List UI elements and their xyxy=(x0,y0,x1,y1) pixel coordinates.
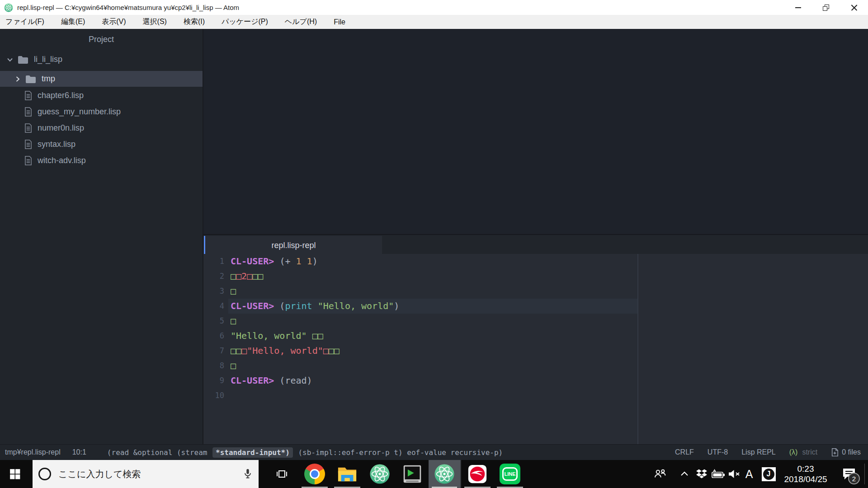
status-cursor-position[interactable]: 10:1 xyxy=(72,448,86,456)
volume-muted-icon[interactable] xyxy=(725,460,742,488)
menu-select[interactable]: 選択(S) xyxy=(143,17,167,27)
code-line[interactable]: 5□ xyxy=(203,314,868,328)
code-line[interactable]: 1CL-USER> (+ 1 1) xyxy=(203,254,868,269)
japanese-input-icon[interactable]: J xyxy=(759,460,778,488)
taskbar-chrome[interactable] xyxy=(298,460,331,488)
tree-file[interactable]: syntax.lisp xyxy=(0,136,203,152)
tree-file[interactable]: witch-adv.lisp xyxy=(0,153,203,169)
menu-file-jp[interactable]: ファイル(F) xyxy=(5,17,44,27)
menu-find[interactable]: 検索(I) xyxy=(184,17,205,27)
menu-help[interactable]: ヘルプ(H) xyxy=(285,17,317,27)
code-editor[interactable]: 1CL-USER> (+ 1 1) 2□□2□□□ 3□ 4CL-USER> (… xyxy=(203,254,868,444)
tab-repl[interactable]: repl.lisp-repl xyxy=(204,236,382,255)
windows-logo-icon xyxy=(9,468,21,480)
tray-chevron-up-icon[interactable] xyxy=(676,460,693,488)
code-line[interactable]: 2□□2□□□ xyxy=(203,269,868,284)
windows-taskbar: ここに入力して検索 xyxy=(0,460,868,488)
status-files-counter[interactable]: 0 files xyxy=(831,448,861,457)
code-text: □ xyxy=(231,358,236,373)
task-view-button[interactable] xyxy=(269,460,294,488)
menu-file-en[interactable]: File xyxy=(334,18,345,26)
line-number: 6 xyxy=(203,328,224,343)
line-number: 3 xyxy=(203,284,224,299)
code-text: CL-USER> (+ 1 1) xyxy=(231,254,318,269)
restore-button[interactable] xyxy=(812,0,840,15)
line-icon: LINE xyxy=(500,464,520,484)
cortana-icon[interactable] xyxy=(38,468,51,480)
dropbox-icon[interactable] xyxy=(693,460,710,488)
taskbar-search-input[interactable]: ここに入力して検索 xyxy=(33,460,259,488)
microphone-icon[interactable] xyxy=(242,468,253,480)
atom-icon xyxy=(369,464,390,484)
file-text-icon xyxy=(24,140,32,149)
tree-file[interactable]: numer0n.lisp xyxy=(0,120,203,136)
code-line[interactable]: 3□ xyxy=(203,284,868,299)
code-line[interactable]: 6"Hello, world" □□ xyxy=(203,328,868,343)
menu-bar: ファイル(F) 編集(E) 表示(V) 選択(S) 検索(I) パッケージ(P)… xyxy=(0,15,868,29)
battery-charging-icon[interactable] xyxy=(710,460,727,488)
file-text-icon xyxy=(24,123,32,133)
search-placeholder: ここに入力して検索 xyxy=(58,468,141,480)
lambda-indicator[interactable]: (λ) xyxy=(789,448,798,456)
line-number: 5 xyxy=(203,314,224,328)
taskbar-line[interactable]: LINE xyxy=(494,460,526,488)
notification-count-badge: 2 xyxy=(848,473,860,484)
clock-date: 2018/04/25 xyxy=(784,474,827,484)
file-text-icon xyxy=(24,156,32,165)
menu-packages[interactable]: パッケージ(P) xyxy=(222,17,268,27)
taskbar-trend-micro[interactable] xyxy=(461,460,494,488)
code-line[interactable]: 10 xyxy=(203,388,868,403)
line-number: 1 xyxy=(203,254,224,269)
status-line-ending[interactable]: CRLF xyxy=(675,448,694,456)
tree-label: numer0n.lisp xyxy=(38,123,84,133)
folder-icon xyxy=(18,55,28,64)
trend-micro-icon xyxy=(467,464,488,484)
chrome-icon xyxy=(304,464,325,484)
tab-bar: repl.lisp-repl xyxy=(203,234,868,254)
status-grammar[interactable]: Lisp REPL xyxy=(741,448,776,456)
status-file-path[interactable]: tmp¥repl.lisp-repl xyxy=(5,448,61,456)
close-button[interactable] xyxy=(840,0,868,15)
terminal-icon xyxy=(402,464,422,484)
code-text: □ xyxy=(231,314,236,328)
start-button[interactable] xyxy=(0,460,30,488)
menu-view[interactable]: 表示(V) xyxy=(102,17,126,27)
taskbar-file-explorer[interactable] xyxy=(331,460,363,488)
taskbar-terminal[interactable] xyxy=(396,460,429,488)
tree-label: syntax.lisp xyxy=(38,140,75,149)
code-text: "Hello, world" □□ xyxy=(231,328,323,343)
ime-mode-indicator[interactable]: A xyxy=(741,460,757,488)
editor-pane-area: repl.lisp-repl 1CL-USER> (+ 1 1) 2□□2□□□… xyxy=(203,29,868,444)
people-icon[interactable] xyxy=(651,460,670,488)
code-line[interactable]: 4CL-USER> (print "Hello, world") xyxy=(203,299,868,314)
code-line[interactable]: 7□□□"Hello, world"□□□ xyxy=(203,343,868,358)
action-center-button[interactable]: 2 xyxy=(837,460,861,488)
file-plus-icon xyxy=(831,448,839,457)
tree-label: li_li_lisp xyxy=(34,55,62,64)
restore-icon xyxy=(823,5,829,11)
chevron-right-icon xyxy=(14,76,21,82)
tree-file[interactable]: chapter6.lisp xyxy=(0,88,203,103)
tree-folder-tmp[interactable]: tmp xyxy=(0,71,203,87)
status-encoding[interactable]: UTF-8 xyxy=(708,448,728,456)
tree-file[interactable]: guess_my_number.lisp xyxy=(0,104,203,120)
project-header: Project xyxy=(0,29,203,50)
file-text-icon xyxy=(24,91,32,100)
status-lint-mode: strict xyxy=(802,448,817,456)
show-desktop-divider[interactable] xyxy=(864,464,865,484)
menu-edit[interactable]: 編集(E) xyxy=(61,17,85,27)
taskbar-clock[interactable]: 0:23 2018/04/25 xyxy=(780,460,831,488)
taskbar-atom-active[interactable] xyxy=(429,460,461,488)
line-number: 9 xyxy=(203,373,224,388)
code-line[interactable]: 8□ xyxy=(203,358,868,373)
tree-folder-root[interactable]: li_li_lisp xyxy=(0,52,203,67)
status-bar: tmp¥repl.lisp-repl 10:1 (read &optional … xyxy=(0,444,868,460)
code-line[interactable]: 9CL-USER> (read) xyxy=(203,373,868,388)
taskbar-atom[interactable] xyxy=(363,460,396,488)
atom-icon xyxy=(434,464,455,484)
chevron-down-icon xyxy=(7,56,13,63)
line-number: 7 xyxy=(203,343,224,358)
minimize-button[interactable] xyxy=(784,0,812,15)
tree-label: chapter6.lisp xyxy=(38,91,84,100)
line-number: 8 xyxy=(203,358,224,373)
